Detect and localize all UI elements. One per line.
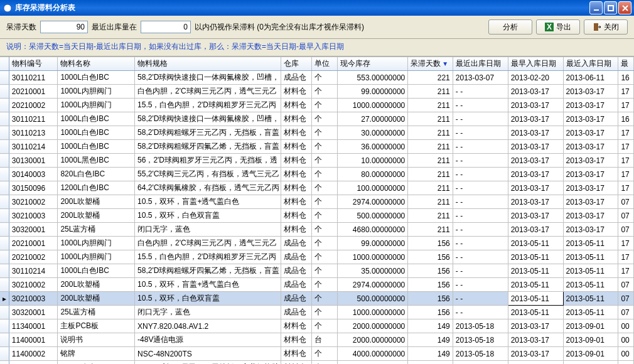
cell-first[interactable]: 2013-03-17 xyxy=(508,154,563,168)
cell-first[interactable]: 2013-05-11 xyxy=(508,278,563,292)
cell-last[interactable]: 2013-09-01 xyxy=(563,333,618,347)
cell-qty[interactable]: 35.00000000 xyxy=(337,264,407,278)
table-row[interactable]: 202100011000L内胆阀门白色内胆，2'C球阀三元乙丙，透气三元乙成品仓… xyxy=(0,237,634,250)
cell-unit[interactable]: 个 xyxy=(312,181,338,195)
analyze-button[interactable]: 分析 xyxy=(488,19,532,35)
cell-name[interactable]: 25L蓝方桶 xyxy=(58,223,135,237)
cell-first[interactable]: 2013-03-17 xyxy=(508,99,563,112)
table-row[interactable]: 202100011000L内胆阀门白色内胆，2'C球阀三元乙丙，透气三元乙材料仓… xyxy=(0,85,634,99)
maximize-button[interactable] xyxy=(604,1,617,14)
cell-days[interactable]: 211 xyxy=(408,112,453,126)
cell-days[interactable]: 156 xyxy=(408,292,453,306)
cell-id[interactable]: 30150096 xyxy=(9,181,58,195)
cell-unit[interactable]: 个 xyxy=(312,195,338,209)
cell-out[interactable]: - - xyxy=(453,126,508,140)
cell-x[interactable]: 17 xyxy=(618,168,634,181)
cell-name[interactable]: 1000L白色IBC xyxy=(58,140,135,154)
column-header[interactable]: 单位 xyxy=(312,57,338,71)
cell-spec[interactable]: NSC-48N200TS xyxy=(135,347,281,361)
cell-unit[interactable]: 个 xyxy=(312,223,338,237)
cell-name[interactable]: 1000L内胆阀门 xyxy=(58,237,135,250)
cell-name[interactable]: 1000L内胆阀门 xyxy=(58,85,135,99)
cell-x[interactable]: 17 xyxy=(618,85,634,99)
cell-wh[interactable]: 材料仓 xyxy=(281,181,312,195)
cell-wh[interactable]: 材料仓 xyxy=(281,319,312,333)
cell-days[interactable]: 211 xyxy=(408,181,453,195)
export-button[interactable]: X 导出 xyxy=(536,19,580,35)
cell-name[interactable]: 1000L白色IBC xyxy=(58,361,135,365)
table-row[interactable]: 301102141000L白色IBC58,2'D球阀粗螺牙四氟乙烯，无挡板，盲盖… xyxy=(0,264,634,278)
cell-qty[interactable]: 2974.00000000 xyxy=(337,278,407,292)
cell-unit[interactable]: 个 xyxy=(312,126,338,140)
cell-unit[interactable]: 个 xyxy=(312,85,338,99)
cell-first[interactable]: 2013-03-17 xyxy=(508,361,563,365)
cell-last[interactable]: 2013-05-11 xyxy=(563,292,618,306)
cell-name[interactable]: 200L吹塑桶 xyxy=(58,195,135,209)
cell-name[interactable]: 说明书 xyxy=(58,333,135,347)
cell-out[interactable]: - - xyxy=(453,250,508,264)
cell-name[interactable]: 820L白色IBC xyxy=(58,168,135,181)
cell-first[interactable]: 2013-05-11 xyxy=(508,237,563,250)
cell-last[interactable]: 2013-03-17 xyxy=(563,223,618,237)
cell-spec[interactable]: 58,2'D球阀粗螺牙四氟乙烯，无挡板，盲盖 xyxy=(135,264,281,278)
cell-x[interactable]: 07 xyxy=(618,292,634,306)
cell-out[interactable]: - - xyxy=(453,292,508,306)
cell-first[interactable]: 2013-02-20 xyxy=(508,71,563,85)
cell-last[interactable]: 2013-05-11 xyxy=(563,306,618,319)
cell-first[interactable]: 2013-05-11 xyxy=(508,292,563,306)
cell-days[interactable]: 211 xyxy=(408,99,453,112)
cell-out[interactable]: - - xyxy=(453,306,508,319)
table-row[interactable]: 30210003200L吹塑桶10.5，双环，白色双盲盖材料仓个500.0000… xyxy=(0,209,634,223)
cell-name[interactable]: 1000L白色IBC xyxy=(58,71,135,85)
cell-out[interactable]: - - xyxy=(453,361,508,365)
cell-spec[interactable]: 58,2'D球阀快速接口一体阀氟橡胶，凹槽， xyxy=(135,71,281,85)
cell-wh[interactable]: 材料仓 xyxy=(281,361,312,365)
cell-last[interactable]: 2013-03-17 xyxy=(563,154,618,168)
cell-name[interactable]: 主板PCB板 xyxy=(58,319,135,333)
cell-spec[interactable]: 10.5，双环，白色双盲盖 xyxy=(135,209,281,223)
table-row[interactable]: 301102131000L白色IBC58,2'D球阀粗螺牙三元乙丙，无挡板，盲盖… xyxy=(0,126,634,140)
cell-name[interactable]: 1200L白色IBC xyxy=(58,181,135,195)
column-header[interactable]: 物料名称 xyxy=(58,57,135,71)
table-row[interactable]: 202100021000L内胆阀门15.5，白色内胆，2'D球阀粗罗牙三元乙丙成… xyxy=(0,250,634,264)
table-row[interactable]: 30210002200L吹塑桶10.5，双环，盲盖+透气盖白色成品仓个2974.… xyxy=(0,278,634,292)
cell-wh[interactable]: 材料仓 xyxy=(281,85,312,99)
cell-unit[interactable]: 个 xyxy=(312,71,338,85)
cell-x[interactable]: 07 xyxy=(618,278,634,292)
cell-x[interactable]: 07 xyxy=(618,306,634,319)
cell-out[interactable]: - - xyxy=(453,99,508,112)
cell-name[interactable]: 25L蓝方桶 xyxy=(58,306,135,319)
cell-spec[interactable]: XNY7.820.048.AV1.2 xyxy=(135,319,281,333)
table-row[interactable]: 202100021000L内胆阀门15.5，白色内胆，2'D球阀粗罗牙三元乙丙材… xyxy=(0,99,634,112)
cell-id[interactable]: 20210002 xyxy=(9,99,58,112)
cell-days[interactable]: 156 xyxy=(408,278,453,292)
cell-unit[interactable]: 个 xyxy=(312,319,338,333)
column-header[interactable]: 物料规格 xyxy=(135,57,281,71)
cell-out[interactable]: 2013-03-07 xyxy=(453,71,508,85)
table-row[interactable]: 11400001说明书-48V通信电源材料仓台2000.000000001492… xyxy=(0,333,634,347)
cell-out[interactable]: - - xyxy=(453,154,508,168)
cell-first[interactable]: 2013-03-17 xyxy=(508,319,563,333)
cell-first[interactable]: 2013-03-17 xyxy=(508,181,563,195)
cell-qty[interactable]: 1000.00000000 xyxy=(337,250,407,264)
cell-x[interactable]: 07 xyxy=(618,209,634,223)
cell-last[interactable]: 2013-06-11 xyxy=(563,71,618,85)
cell-wh[interactable]: 材料仓 xyxy=(281,347,312,361)
cell-days[interactable]: 211 xyxy=(408,195,453,209)
column-header[interactable]: 最近入库日期 xyxy=(563,57,618,71)
table-row[interactable]: 301102141000L白色IBC58,2'D球阀粗螺牙四氟乙烯，无挡板，盲盖… xyxy=(0,140,634,154)
cell-wh[interactable]: 成品仓 xyxy=(281,237,312,250)
cell-wh[interactable]: 材料仓 xyxy=(281,112,312,126)
cell-qty[interactable]: 80.00000000 xyxy=(337,168,407,181)
cell-days[interactable]: 211 xyxy=(408,140,453,154)
close-app-button[interactable]: 关闭 xyxy=(584,19,628,35)
cell-first[interactable]: 2013-03-17 xyxy=(508,333,563,347)
cell-name[interactable]: 1000L白色IBC xyxy=(58,112,135,126)
cell-days[interactable]: 156 xyxy=(408,306,453,319)
cell-wh[interactable]: 材料仓 xyxy=(281,223,312,237)
data-grid[interactable]: 物料编号物料名称物料规格仓库单位现今库存呆滞天数▼最近出库日期最早入库日期最近入… xyxy=(0,56,634,364)
cell-id[interactable]: 30210002 xyxy=(9,278,58,292)
cell-out[interactable]: - - xyxy=(453,223,508,237)
cell-wh[interactable]: 材料仓 xyxy=(281,333,312,347)
table-row[interactable]: 301500961200L白色IBC64,2'C球阀氟橡胶，有挡板，透气三元乙丙… xyxy=(0,181,634,195)
